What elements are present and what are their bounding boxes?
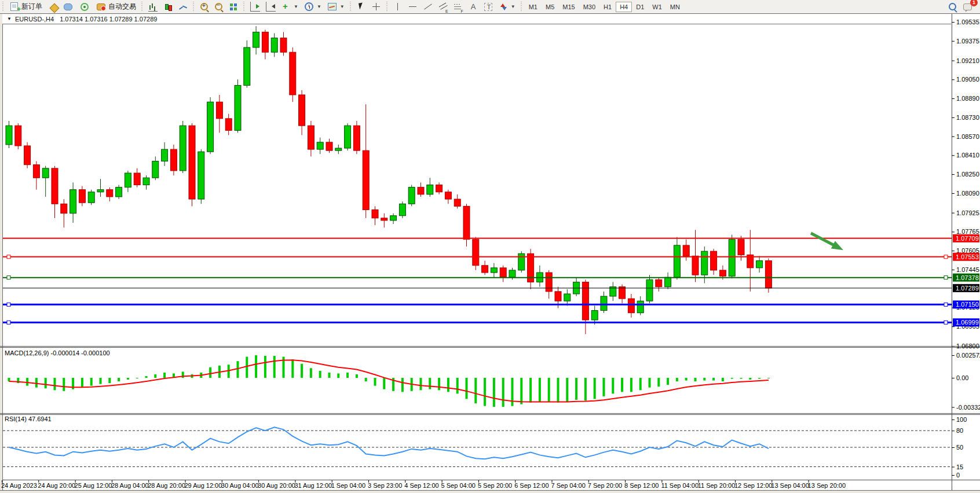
new-order-button[interactable]: 新订单	[7, 1, 45, 13]
chart-canvas[interactable]: 1.095351.093751.092101.090501.088901.087…	[0, 14, 980, 493]
svg-text:1 Sep 04:00: 1 Sep 04:00	[331, 482, 365, 489]
add-indicator-button[interactable]: ▼	[279, 1, 301, 13]
svg-text:15: 15	[956, 463, 963, 470]
svg-text:0: 0	[956, 472, 960, 479]
candle	[719, 270, 726, 276]
timeframe-h4[interactable]: H4	[616, 2, 632, 12]
svg-text:-0.003326: -0.003326	[956, 404, 980, 411]
candle	[399, 204, 405, 215]
svg-text:11 Sep 20:00: 11 Sep 20:00	[698, 482, 736, 489]
signals-icon	[81, 3, 89, 11]
fibonacci-button[interactable]	[451, 1, 465, 13]
chevron-down-icon: ▼	[317, 4, 321, 9]
macd-label: MACD(12,26,9) -0.000014 -0.000100	[5, 349, 110, 356]
auto-scroll-button[interactable]	[248, 1, 262, 13]
text-button[interactable]	[466, 1, 480, 13]
auto-scroll-icon	[250, 2, 260, 12]
candle	[152, 161, 159, 178]
svg-text:28 Aug 04:00: 28 Aug 04:00	[111, 482, 149, 489]
candle	[436, 185, 443, 192]
candle	[134, 173, 140, 185]
tile-windows-button[interactable]	[226, 1, 240, 13]
vertical-line-button[interactable]	[391, 1, 405, 13]
crosshair-button[interactable]	[370, 1, 383, 13]
candle	[216, 102, 222, 119]
equidistant-channel-button[interactable]	[436, 1, 450, 13]
metaeditor-button[interactable]	[46, 1, 60, 13]
market-icon	[64, 3, 72, 10]
candle	[729, 240, 735, 276]
timeframe-mn[interactable]: MN	[666, 2, 684, 12]
toolbar-grip	[192, 2, 195, 12]
timeframe-m30[interactable]: M30	[579, 2, 599, 12]
periods-button[interactable]: ▼	[302, 1, 324, 13]
svg-text:30 Aug 20:00: 30 Aug 20:00	[258, 482, 295, 489]
notifications-button[interactable]: 1	[960, 1, 975, 13]
candle	[6, 126, 12, 145]
timeframe-h1[interactable]: H1	[599, 2, 616, 12]
autotrading-button[interactable]: 自动交易	[94, 1, 138, 13]
line-chart-button[interactable]	[176, 1, 190, 13]
svg-text:24 Aug 20:00: 24 Aug 20:00	[38, 482, 75, 489]
svg-text:1.08570: 1.08570	[956, 133, 979, 140]
zoom-in-button[interactable]	[198, 1, 211, 13]
text-label-button[interactable]	[481, 1, 495, 13]
candle	[207, 102, 214, 152]
candle	[582, 282, 588, 320]
chart-titlebar: ▼ EURUSD-,H4 1.07314 1.07316 1.07289 1.0…	[2, 14, 951, 24]
timeframe-m1[interactable]: M1	[525, 2, 542, 12]
candle	[381, 218, 387, 220]
trendline-button[interactable]	[421, 1, 435, 13]
candle	[463, 206, 470, 239]
toolbar-grip	[386, 2, 389, 12]
toolbar-grip	[520, 2, 523, 12]
zoom-out-button[interactable]	[212, 1, 225, 13]
bar-chart-button[interactable]	[146, 1, 160, 13]
search-button[interactable]	[946, 1, 959, 13]
svg-text:1.09375: 1.09375	[956, 38, 979, 45]
timeframe-m15[interactable]: M15	[558, 2, 579, 12]
timeframe-d1[interactable]: D1	[632, 2, 648, 12]
svg-text:1.07925: 1.07925	[956, 209, 979, 216]
candle	[692, 256, 699, 275]
candle	[162, 149, 168, 161]
chevron-down-icon: ▼	[294, 4, 298, 9]
toolbar-grip	[243, 2, 246, 12]
cursor-button[interactable]	[354, 1, 368, 13]
notification-badge: 1	[970, 0, 978, 6]
market-button[interactable]	[61, 1, 75, 13]
chart-shift-button[interactable]	[264, 1, 278, 13]
candle	[299, 95, 305, 126]
candle	[189, 126, 195, 199]
horizontal-line-button[interactable]	[406, 1, 420, 13]
candle	[482, 266, 488, 273]
arrows-button[interactable]: ▼	[496, 1, 518, 13]
candle	[61, 204, 67, 213]
svg-text:1.08730: 1.08730	[956, 114, 979, 121]
cursor-icon	[357, 2, 366, 12]
svg-text:1.07553: 1.07553	[956, 253, 979, 260]
candle	[500, 268, 506, 277]
candle	[665, 277, 671, 286]
templates-button[interactable]: ▼	[325, 1, 347, 13]
toolbar-grip	[349, 2, 352, 12]
signals-button[interactable]	[76, 1, 93, 13]
timeframe-m5[interactable]: M5	[542, 2, 558, 12]
svg-text:7 Sep 04:00: 7 Sep 04:00	[551, 482, 586, 489]
svg-text:1.09210: 1.09210	[956, 57, 979, 64]
new-order-label: 新订单	[21, 2, 42, 12]
candle	[79, 190, 85, 203]
candlestick-button[interactable]	[161, 1, 175, 13]
svg-text:25 Aug 12:00: 25 Aug 12:00	[75, 482, 112, 489]
candle	[52, 168, 58, 204]
candle	[97, 190, 104, 192]
fibonacci-icon	[454, 2, 463, 12]
horizontal-line-icon	[408, 2, 418, 12]
svg-text:6 Sep 12:00: 6 Sep 12:00	[514, 482, 548, 489]
chart-dropdown-icon[interactable]: ▼	[7, 16, 12, 21]
timeframe-w1[interactable]: W1	[648, 2, 666, 12]
candle	[170, 149, 177, 171]
trendline-icon	[423, 2, 433, 12]
candle	[345, 126, 351, 148]
svg-text:1.07445: 1.07445	[956, 266, 979, 273]
